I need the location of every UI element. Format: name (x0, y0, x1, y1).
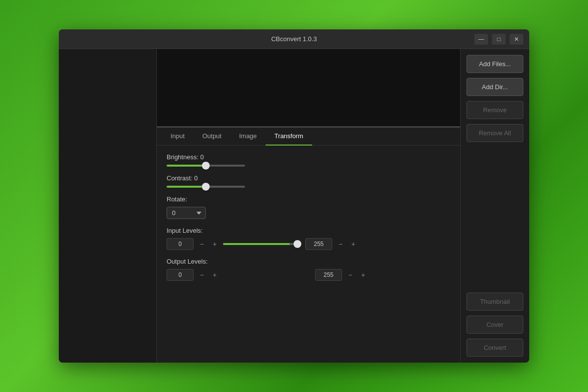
input-levels-slider[interactable] (223, 243, 301, 245)
output-levels-max[interactable] (315, 269, 342, 281)
remove-all-button[interactable]: Remove All (466, 124, 523, 142)
output-levels-min[interactable] (167, 269, 194, 281)
rotate-setting: Rotate: 0 90 180 270 (167, 196, 450, 219)
rotate-select[interactable]: 0 90 180 270 (167, 207, 206, 219)
input-levels-label: Input Levels: (167, 227, 450, 234)
input-levels-max-increase[interactable]: + (349, 241, 358, 247)
brightness-slider-container (167, 165, 450, 167)
cover-button[interactable]: Cover (466, 316, 523, 334)
input-levels-setting: Input Levels: − + − + (167, 227, 450, 250)
brightness-label: Brightness: 0 (167, 153, 450, 161)
tab-output[interactable]: Output (194, 127, 230, 146)
output-levels-min-increase[interactable]: + (210, 271, 219, 278)
tab-input[interactable]: Input (162, 127, 194, 146)
input-levels-min-increase[interactable]: + (210, 241, 219, 247)
contrast-slider[interactable] (167, 186, 245, 188)
settings-area: Brightness: 0 Contrast: 0 Rotate: (157, 146, 460, 363)
output-levels-max-increase[interactable]: + (359, 271, 368, 278)
sidebar-spacer (466, 147, 523, 288)
output-levels-row: − + − + (167, 269, 450, 281)
minimize-button[interactable]: — (474, 34, 488, 45)
rotate-label: Rotate: (167, 196, 450, 203)
input-levels-row: − + − + (167, 238, 450, 250)
tab-image[interactable]: Image (230, 127, 266, 146)
window-controls: — □ ✕ (474, 34, 523, 45)
close-button[interactable]: ✕ (510, 34, 523, 45)
add-dir-button[interactable]: Add Dir... (466, 78, 523, 96)
tab-transform[interactable]: Transform (266, 127, 312, 146)
tabs-bar: Input Output Image Transform (157, 127, 460, 146)
window-title: CBconvert 1.0.3 (271, 35, 317, 43)
brightness-setting: Brightness: 0 (167, 153, 450, 167)
main-window: CBconvert 1.0.3 — □ ✕ Input Output (59, 29, 529, 363)
main-content: Input Output Image Transform Brightness:… (59, 49, 529, 363)
brightness-value-display: 0 (200, 153, 204, 161)
right-sidebar: Add Files... Add Dir... Remove Remove Al… (461, 49, 529, 363)
add-files-button[interactable]: Add Files... (466, 55, 523, 73)
titlebar: CBconvert 1.0.3 — □ ✕ (59, 29, 529, 49)
output-levels-min-decrease[interactable]: − (197, 271, 206, 278)
contrast-slider-container (167, 186, 450, 188)
output-levels-max-decrease[interactable]: − (346, 271, 355, 278)
brightness-slider[interactable] (167, 165, 245, 167)
file-list-panel (59, 49, 157, 363)
input-levels-min-decrease[interactable]: − (197, 241, 206, 247)
thumbnail-button[interactable]: Thumbnail (466, 293, 523, 311)
remove-button[interactable]: Remove (466, 101, 523, 119)
output-levels-label: Output Levels: (167, 258, 450, 265)
input-levels-max-decrease[interactable]: − (336, 241, 345, 247)
contrast-label: Contrast: 0 (167, 174, 450, 182)
preview-area (157, 49, 460, 127)
input-levels-min[interactable] (167, 238, 194, 250)
contrast-setting: Contrast: 0 (167, 174, 450, 188)
convert-button[interactable]: Convert (466, 339, 523, 357)
center-panel: Input Output Image Transform Brightness:… (157, 49, 461, 363)
contrast-value-display: 0 (194, 174, 197, 182)
output-levels-setting: Output Levels: − + − + (167, 258, 450, 281)
maximize-button[interactable]: □ (492, 34, 506, 45)
input-levels-max[interactable] (305, 238, 332, 250)
